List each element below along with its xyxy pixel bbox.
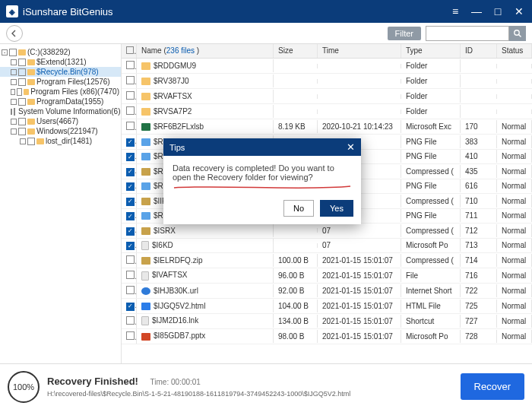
expand-icon[interactable] [11, 99, 17, 105]
row-checkbox[interactable] [126, 331, 135, 340]
file-time: 07 [318, 239, 401, 252]
row-checkbox[interactable] [126, 168, 135, 176]
row-checkbox[interactable] [126, 198, 135, 206]
expand-icon[interactable] [11, 109, 12, 115]
expand-icon[interactable] [11, 79, 17, 85]
tree-checkbox[interactable] [18, 98, 26, 106]
table-row[interactable]: $IELRDFQ.zip100.00 B2021-01-15 15:01:07C… [122, 253, 532, 268]
expand-icon[interactable]: - [2, 49, 8, 55]
table-row[interactable]: $IJGQ5V2.html104.00 B2021-01-15 15:01:07… [122, 299, 532, 314]
table-row[interactable]: $RF6B2FLxlsb8.19 KB2020-10-21 10:14:23Mi… [122, 119, 532, 135]
row-checkbox[interactable] [126, 227, 135, 236]
tree-item[interactable]: Program Files(12576) [0, 77, 121, 87]
back-button[interactable] [6, 25, 23, 42]
file-status: Normal [497, 269, 532, 282]
folder-tree[interactable]: -(C:)(338292)$Extend(1321)$Recycle.Bin(9… [0, 44, 122, 363]
tree-item[interactable]: $Recycle.Bin(978) [0, 67, 121, 77]
file-icon [141, 271, 149, 281]
expand-icon[interactable] [11, 69, 17, 75]
table-row[interactable]: $IVAFTSX96.00 B2021-01-15 15:01:07File71… [122, 268, 532, 284]
col-status[interactable]: Status [497, 44, 532, 58]
file-type: Microsoft Exc [401, 120, 461, 133]
tree-checkbox[interactable] [18, 68, 26, 76]
tree-checkbox[interactable] [17, 88, 22, 96]
dialog-message: Data recovery is completed! Do you want … [173, 163, 352, 182]
expand-icon[interactable] [11, 128, 17, 135]
search-input[interactable] [426, 26, 509, 41]
tree-item[interactable]: System Volume Information(6) [0, 106, 121, 116]
row-checkbox[interactable] [126, 106, 135, 115]
dialog-title: Tips [169, 143, 347, 152]
col-id[interactable]: ID [461, 44, 497, 58]
row-checkbox[interactable] [126, 76, 135, 84]
tree-item[interactable]: ProgramData(1955) [0, 97, 121, 106]
file-type: PNG File [401, 135, 461, 148]
col-size[interactable]: Size [274, 44, 318, 58]
table-row[interactable]: $RVSA7P2Folder [122, 104, 532, 119]
table-row[interactable]: $ISRX07Compressed (712Normal [122, 224, 532, 239]
col-type[interactable]: Type [401, 44, 461, 58]
tree-label: lost_dir(1481) [46, 137, 92, 145]
tree-checkbox[interactable] [18, 128, 26, 135]
maximize-icon[interactable]: □ [491, 5, 505, 17]
tree-item[interactable]: Program Files (x86)(7470) [0, 87, 121, 97]
table-row[interactable]: $RV387J0Folder [122, 74, 532, 89]
table-row[interactable]: $IHJB30K.url92.00 B2021-01-15 15:01:07In… [122, 284, 532, 299]
row-checkbox[interactable] [126, 91, 135, 100]
row-checkbox[interactable] [126, 316, 135, 325]
tree-checkbox[interactable] [9, 49, 17, 56]
row-checkbox[interactable] [126, 182, 135, 191]
row-checkbox[interactable] [126, 153, 135, 161]
file-icon [141, 123, 150, 131]
menu-icon[interactable]: ≡ [448, 5, 462, 17]
minimize-icon[interactable]: — [470, 5, 483, 17]
row-checkbox[interactable] [126, 303, 135, 311]
expand-icon[interactable] [20, 138, 26, 144]
tree-item[interactable]: Users(4667) [0, 116, 121, 126]
row-checkbox[interactable] [126, 255, 135, 264]
tree-checkbox[interactable] [18, 118, 26, 125]
table-row[interactable]: $I85GDB7.pptx98.00 B2021-01-15 15:01:07M… [122, 329, 532, 344]
col-name[interactable]: Name (236 files ) [137, 44, 274, 58]
table-row[interactable]: $IJM2D16.lnk134.00 B2021-01-15 15:01:07S… [122, 314, 532, 329]
table-row[interactable]: $RDDGMU9Folder [122, 59, 532, 74]
col-time[interactable]: Time [318, 44, 401, 58]
dialog-close-icon[interactable]: ✕ [347, 141, 355, 153]
file-name: $RV387J0 [154, 77, 189, 85]
row-checkbox[interactable] [126, 271, 135, 279]
tree-checkbox[interactable] [18, 59, 26, 66]
tree-checkbox[interactable] [27, 138, 35, 145]
select-all-checkbox[interactable] [126, 46, 134, 54]
table-row[interactable]: $I6KD07Microsoft Po713Normal [122, 239, 532, 254]
tree-item[interactable]: $Extend(1321) [0, 57, 121, 67]
table-row[interactable]: $RVAFTSXFolder [122, 89, 532, 104]
tree-checkbox[interactable] [14, 108, 15, 116]
tree-item[interactable]: Windows(221947) [0, 126, 121, 136]
tree-item[interactable]: -(C:)(338292) [0, 47, 121, 57]
file-type: PNG File [401, 150, 461, 163]
tree-item[interactable]: lost_dir(1481) [0, 136, 121, 146]
file-status: Normal [497, 284, 532, 297]
tree-label: $Recycle.Bin(978) [36, 68, 99, 76]
tree-checkbox[interactable] [18, 78, 26, 86]
expand-icon[interactable] [11, 119, 17, 125]
row-checkbox[interactable] [126, 242, 135, 250]
file-status: Normal [497, 239, 532, 252]
dialog-yes-button[interactable]: Yes [320, 200, 353, 217]
row-checkbox[interactable] [126, 122, 135, 130]
file-status [497, 79, 532, 84]
expand-icon[interactable] [11, 59, 17, 65]
close-icon[interactable]: ✕ [512, 5, 526, 17]
row-checkbox[interactable] [126, 61, 135, 69]
row-checkbox[interactable] [126, 212, 135, 220]
dialog-no-button[interactable]: No [283, 200, 314, 217]
row-checkbox[interactable] [126, 286, 135, 294]
filter-button[interactable]: Filter [388, 27, 421, 40]
file-type: PNG File [401, 209, 461, 222]
recover-button[interactable]: Recover [461, 373, 524, 400]
expand-icon[interactable] [11, 89, 15, 95]
file-id: 716 [461, 269, 497, 282]
file-size: 92.00 B [274, 284, 318, 297]
row-checkbox[interactable] [126, 138, 135, 147]
search-button[interactable] [509, 26, 526, 41]
